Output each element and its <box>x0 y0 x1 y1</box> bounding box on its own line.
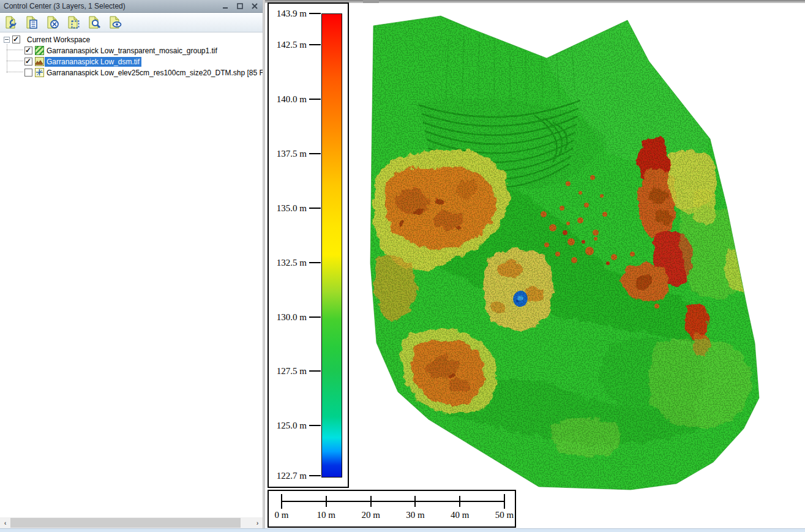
legend-tick-mark <box>309 13 321 14</box>
legend-tick: 125.0 m <box>269 421 348 430</box>
scale-label: 20 m <box>361 510 380 520</box>
terrain-layer <box>363 9 767 499</box>
layer-zoom-search-icon <box>87 15 102 30</box>
minimize-button[interactable] <box>220 2 230 10</box>
layer-checkbox[interactable] <box>24 69 32 77</box>
layer-zoom-button[interactable] <box>86 15 103 31</box>
tree-row-workspace[interactable]: Current Workspace <box>0 34 263 45</box>
map-top-grip[interactable] <box>363 0 379 3</box>
layer-row-dtm-shp[interactable]: Garrananaspick Low_elev25cm_res100cm_siz… <box>0 67 263 78</box>
legend-tick: 132.5 m <box>269 258 348 268</box>
legend-tick-mark <box>309 370 321 372</box>
scale-label: 0 m <box>275 510 289 520</box>
legend-tick-mark <box>309 208 321 209</box>
scale-tick-mark <box>459 496 460 507</box>
map-view: 143.9 m142.5 m140.0 m137.5 m135.0 m132.5… <box>265 0 805 528</box>
application-window: Control Center (3 Layers, 1 Selected) <box>0 0 805 532</box>
scale-label: 50 m <box>495 510 514 520</box>
legend-tick: 137.5 m <box>269 149 348 159</box>
control-center-panel: Control Center (3 Layers, 1 Selected) <box>0 0 263 528</box>
window-bottom-edge <box>0 528 805 532</box>
legend-label: 142.5 m <box>269 40 307 50</box>
legend-tick: 127.5 m <box>269 366 348 376</box>
control-center-titlebar[interactable]: Control Center (3 Layers, 1 Selected) <box>0 0 263 13</box>
layer-checkbox[interactable] <box>24 58 32 66</box>
legend-label: 137.5 m <box>269 149 307 159</box>
legend-tick: 122.7 m <box>269 471 348 481</box>
legend-tick: 142.5 m <box>269 40 348 50</box>
control-center-toolbar <box>0 13 263 32</box>
elevation-gradient-bar <box>321 13 342 478</box>
layer-tree: Current Workspace Garrananaspick Low_tra… <box>0 32 263 517</box>
elevation-dsm-icon <box>35 57 44 66</box>
legend-label: 140.0 m <box>269 94 307 104</box>
minimize-icon <box>222 3 228 9</box>
scale-label: 30 m <box>406 510 424 520</box>
legend-label: 122.7 m <box>269 471 307 481</box>
legend-label: 143.9 m <box>269 9 307 18</box>
workspace-label[interactable]: Current Workspace <box>25 35 92 45</box>
maximize-icon <box>237 3 243 9</box>
scale-label: 10 m <box>317 510 335 520</box>
layer-label[interactable]: Garrananaspick Low_elev25cm_res100cm_siz… <box>45 68 263 78</box>
legend-tick-mark <box>309 99 321 100</box>
scroll-right-arrow-icon[interactable]: › <box>252 517 263 528</box>
layer-label[interactable]: Garrananaspick Low_dsm.tif <box>45 57 141 67</box>
close-button[interactable] <box>250 2 260 10</box>
scale-bar: 0 m10 m20 m30 m40 m50 m <box>268 490 516 528</box>
layer-row-dsm[interactable]: Garrananaspick Low_dsm.tif <box>0 56 263 67</box>
vector-shp-icon <box>35 68 44 77</box>
elevation-legend: 143.9 m142.5 m140.0 m137.5 m135.0 m132.5… <box>268 2 349 488</box>
layer-options-button[interactable] <box>2 15 20 31</box>
scale-tick-mark <box>504 494 505 509</box>
legend-label: 132.5 m <box>269 258 307 268</box>
maximize-button[interactable] <box>235 2 245 10</box>
scale-tick-mark <box>326 496 327 507</box>
scale-tick-mark <box>281 494 282 509</box>
layer-row-mosaic[interactable]: Garrananaspick Low_transparent_mosaic_gr… <box>0 45 263 56</box>
scrollbar-thumb[interactable] <box>10 518 241 528</box>
legend-tick-mark <box>309 425 321 426</box>
legend-tick-mark <box>309 44 321 45</box>
layer-close-icon <box>45 15 60 30</box>
legend-tick: 140.0 m <box>269 94 348 104</box>
legend-label: 130.0 m <box>269 312 307 322</box>
layer-select-box-icon <box>66 15 81 30</box>
legend-tick: 143.9 m <box>269 9 348 18</box>
close-icon <box>252 3 258 9</box>
scale-bar-line <box>282 501 504 502</box>
legend-tick-mark <box>309 153 321 154</box>
scale-label: 40 m <box>451 510 469 520</box>
scale-tick-mark <box>370 496 372 507</box>
raster-mosaic-icon <box>35 46 44 55</box>
horizontal-scrollbar[interactable]: ‹ › <box>0 517 263 528</box>
legend-tick: 135.0 m <box>269 203 348 213</box>
workspace-checkbox[interactable] <box>12 36 20 43</box>
scale-tick-mark <box>414 496 416 507</box>
legend-label: 135.0 m <box>269 203 307 213</box>
layer-select-box-button[interactable] <box>65 15 82 31</box>
panel-title: Control Center (3 Layers, 1 Selected) <box>4 0 125 13</box>
layer-metadata-button[interactable] <box>23 15 40 31</box>
legend-tick-mark <box>309 475 321 476</box>
legend-tick-mark <box>309 317 321 318</box>
layer-visibility-button[interactable] <box>107 15 124 31</box>
legend-label: 127.5 m <box>269 366 307 376</box>
layer-close-button[interactable] <box>44 15 61 31</box>
scroll-left-arrow-icon[interactable]: ‹ <box>0 517 10 528</box>
layer-visibility-eye-icon <box>108 15 122 30</box>
collapse-expander-icon[interactable] <box>4 37 10 43</box>
legend-tick-mark <box>309 262 321 263</box>
legend-label: 125.0 m <box>269 421 307 430</box>
layer-label[interactable]: Garrananaspick Low_transparent_mosaic_gr… <box>45 46 219 56</box>
layer-checkbox[interactable] <box>24 47 32 54</box>
layer-metadata-list-icon <box>24 15 39 30</box>
layer-options-wrench-icon <box>4 15 18 30</box>
legend-tick: 130.0 m <box>269 312 348 322</box>
